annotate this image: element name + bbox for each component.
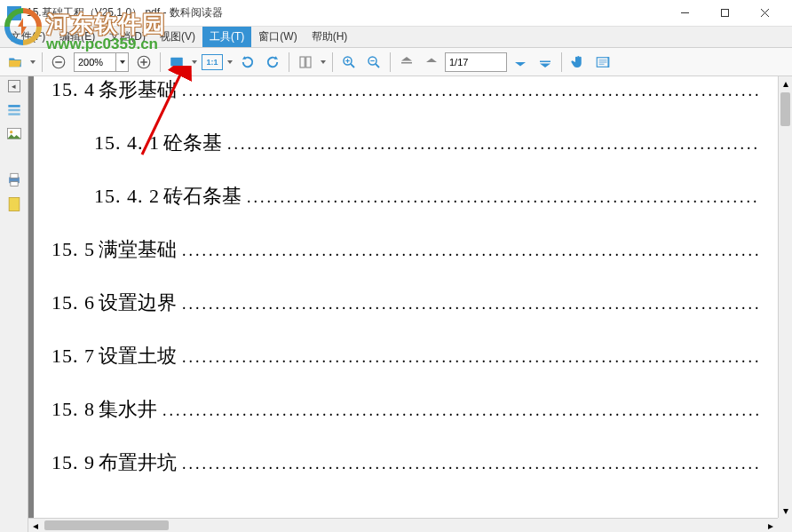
scroll-up-arrow[interactable]: ▴ [779, 76, 792, 91]
toc-text: 设置边界 [99, 290, 177, 316]
toc-dots: ........................................… [182, 242, 760, 260]
toc-number: 15. 6 [51, 291, 95, 314]
scroll-corner [778, 518, 792, 532]
toc-text: 满堂基础 [99, 236, 177, 263]
separator [561, 52, 562, 72]
horizontal-scrollbar[interactable]: ◂ ▸ [28, 518, 778, 532]
scroll-left-arrow[interactable]: ◂ [28, 519, 43, 532]
toc-number: 15. 4 [51, 78, 95, 101]
maximize-button[interactable] [705, 1, 745, 26]
toc-number: 15. 8 [51, 398, 95, 421]
menu-tools[interactable]: 工具(T) [202, 27, 251, 47]
window-title: 15.基础工程（V25.1.0）.pdf - 数科阅读器 [27, 5, 665, 20]
zoom-tool-button[interactable] [337, 51, 360, 74]
svg-point-31 [10, 131, 12, 133]
ratio-dropdown[interactable] [226, 51, 234, 74]
zoom-out-tool-button[interactable] [362, 51, 385, 74]
menu-window[interactable]: 窗口(W) [251, 27, 304, 47]
zoom-dropdown-arrow[interactable] [115, 53, 128, 71]
open-dropdown[interactable] [28, 51, 37, 74]
titlebar: 15.基础工程（V25.1.0）.pdf - 数科阅读器 [0, 0, 792, 27]
toc-entry: 15. 8集水井................................… [51, 396, 760, 423]
svg-rect-20 [401, 62, 412, 64]
vscroll-thumb[interactable] [780, 92, 790, 126]
toc-text: 条形基础 [99, 76, 177, 103]
toc-dots: ........................................… [247, 188, 760, 207]
menu-file[interactable]: 文件(F) [4, 27, 52, 47]
single-page-button[interactable] [294, 51, 317, 74]
vertical-scrollbar[interactable]: ▴ ▾ [778, 76, 792, 518]
app-icon [7, 6, 21, 20]
thumbnail-tab[interactable] [4, 124, 25, 146]
svg-rect-34 [10, 182, 17, 187]
expand-panel-button[interactable]: ◂ [8, 80, 20, 92]
fit-dropdown[interactable] [190, 51, 199, 74]
scroll-down-arrow[interactable]: ▾ [779, 504, 792, 518]
toc-dots: ........................................… [227, 135, 760, 154]
toc-number: 15. 4. 1 [94, 131, 160, 155]
toc-entry: 15. 4. 1砼条基.............................… [51, 130, 760, 156]
menu-document[interactable]: 文档(D) [102, 27, 153, 47]
menu-view[interactable]: 视图(V) [153, 27, 202, 47]
ratio-icon: 1:1 [202, 54, 223, 70]
toc-dots: ........................................… [182, 348, 760, 367]
hand-tool-button[interactable] [566, 51, 590, 74]
toc-dots: ........................................… [182, 295, 760, 314]
zoom-input[interactable] [75, 53, 115, 71]
svg-rect-10 [175, 67, 179, 68]
zoom-in-button[interactable] [132, 51, 155, 74]
toc-number: 15. 7 [51, 345, 95, 368]
open-button[interactable] [4, 51, 27, 74]
document-viewport[interactable]: 15. 4条形基础...............................… [28, 76, 792, 532]
toc-text: 布置井坑 [99, 449, 177, 476]
separator [160, 52, 161, 72]
svg-rect-21 [540, 60, 550, 62]
toc-number: 15. 9 [51, 451, 95, 474]
rotate-left-button[interactable] [236, 51, 259, 74]
svg-rect-9 [170, 57, 183, 66]
menubar: 文件(F) 编辑(E) 文档(D) 视图(V) 工具(T) 窗口(W) 帮助(H… [0, 27, 792, 48]
toc-text: 设置土坡 [99, 343, 177, 369]
zoom-out-button[interactable] [47, 51, 70, 74]
svg-rect-33 [10, 173, 17, 178]
toc-number: 15. 4. 2 [94, 185, 160, 208]
fit-screen-button[interactable] [165, 51, 188, 74]
outline-tab[interactable] [4, 99, 25, 121]
close-button[interactable] [745, 1, 785, 26]
hscroll-thumb[interactable] [44, 520, 169, 530]
svg-rect-28 [8, 109, 20, 112]
document-page: 15. 4条形基础...............................… [34, 76, 778, 518]
zoom-combo[interactable] [74, 52, 129, 72]
main-area: ◂ 15. 4条形基础.............................… [0, 76, 792, 532]
page-input[interactable] [445, 52, 507, 72]
toolbar: 1:1 [0, 48, 792, 76]
toc-text: 砼条基 [163, 130, 222, 156]
print-tab[interactable] [4, 169, 25, 190]
toc-entry: 15. 7设置土坡...............................… [51, 343, 760, 369]
notes-tab[interactable] [4, 194, 25, 215]
menu-edit[interactable]: 编辑(E) [52, 27, 102, 47]
page-mode-dropdown[interactable] [319, 51, 328, 74]
prev-page-button[interactable] [420, 51, 443, 74]
separator [390, 52, 391, 72]
rotate-right-button[interactable] [261, 51, 284, 74]
svg-line-18 [376, 63, 379, 67]
last-page-button[interactable] [534, 51, 557, 74]
svg-rect-29 [8, 113, 20, 115]
actual-size-button[interactable]: 1:1 [201, 51, 224, 74]
toc-dots: ........................................… [162, 401, 760, 420]
separator [332, 52, 333, 72]
toc-dots: ........................................… [182, 455, 760, 473]
first-page-button[interactable] [395, 51, 418, 74]
minimize-button[interactable] [665, 1, 705, 26]
separator [289, 52, 289, 72]
text-select-button[interactable] [591, 51, 614, 74]
toc-entry: 15. 9布置井坑...............................… [51, 449, 760, 476]
scroll-right-arrow[interactable]: ▸ [764, 519, 778, 532]
svg-rect-12 [306, 57, 311, 67]
window-controls [665, 1, 785, 26]
toc-entry: 15. 6设置边界...............................… [51, 290, 760, 316]
menu-help[interactable]: 帮助(H) [305, 27, 355, 47]
toc-entry: 15. 4条形基础...............................… [51, 76, 760, 103]
next-page-button[interactable] [509, 51, 532, 74]
